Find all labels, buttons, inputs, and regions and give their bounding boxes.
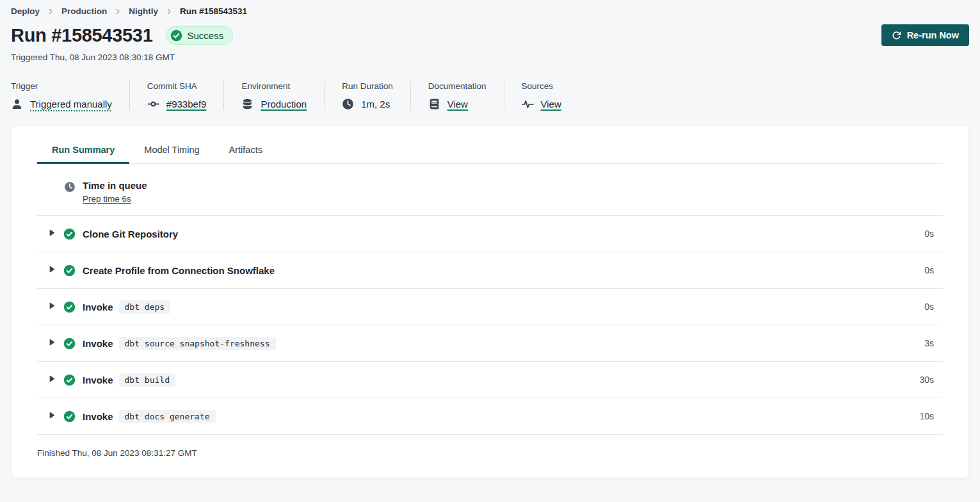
meta-value-commit-sha[interactable]: #933bef9 <box>166 99 207 109</box>
meta-environment: EnvironmentProduction <box>241 81 325 110</box>
check-circle-icon <box>63 264 76 277</box>
tab-artifacts[interactable]: Artifacts <box>214 134 277 163</box>
meta-sources: SourcesView <box>522 81 579 110</box>
breadcrumb-item-nightly[interactable]: Nightly <box>129 6 158 16</box>
expand-step-button[interactable] <box>47 375 56 385</box>
meta-documentation: DocumentationView <box>428 81 504 110</box>
time-in-queue-section: Time in queue Prep time 6s <box>37 164 943 216</box>
expand-step-button[interactable] <box>47 338 56 348</box>
triangle-right-icon <box>47 229 56 239</box>
success-check-icon <box>170 29 182 42</box>
step-title: Invoke <box>83 411 113 422</box>
triggered-timestamp: Triggered Thu, 08 Jun 2023 08:30:18 GMT <box>11 53 969 62</box>
meta-value-sources[interactable]: View <box>541 99 561 109</box>
step-success-icon <box>63 301 76 313</box>
meta-run-duration: Run Duration1m, 2s <box>342 81 411 110</box>
chevron-right-icon <box>165 8 173 15</box>
triangle-right-icon <box>47 411 56 421</box>
meta-label: Run Duration <box>342 81 393 91</box>
check-circle-icon <box>63 410 76 423</box>
pulse-icon <box>522 98 534 110</box>
step-row: Create Profile from Connection Snowflake… <box>37 252 943 289</box>
step-list: Clone Git Repository0sCreate Profile fro… <box>37 216 943 435</box>
tab-run-summary[interactable]: Run Summary <box>37 134 129 163</box>
chevron-right-icon <box>114 8 122 15</box>
meta-label: Trigger <box>11 81 112 91</box>
step-success-icon <box>63 410 76 423</box>
check-circle-icon <box>63 301 76 313</box>
step-duration: 0s <box>924 229 943 239</box>
step-row: Invokedbt source snapshot-freshness3s <box>37 325 943 362</box>
check-circle-icon <box>63 337 76 350</box>
breadcrumb: DeployProductionNightlyRun #158543531 <box>11 6 969 16</box>
step-command: dbt docs generate <box>119 410 216 423</box>
rerun-now-button[interactable]: Re-run Now <box>881 24 969 46</box>
triangle-right-icon <box>47 265 56 275</box>
breadcrumb-item-deploy[interactable]: Deploy <box>11 6 40 16</box>
triangle-right-icon <box>47 338 56 348</box>
status-badge: Success <box>166 26 234 45</box>
prep-time-link[interactable]: Prep time 6s <box>83 194 131 204</box>
meta-label: Commit SHA <box>147 81 207 91</box>
expand-step-button[interactable] <box>47 302 56 312</box>
time-in-queue-title: Time in queue <box>83 180 147 191</box>
step-title: Invoke <box>83 338 113 349</box>
chevron-right-icon <box>47 8 54 15</box>
run-summary-card: Run SummaryModel TimingArtifacts Time in… <box>11 125 969 478</box>
step-duration: 0s <box>924 302 943 312</box>
check-circle-icon <box>63 228 76 240</box>
clock-icon <box>342 98 354 110</box>
meta-row: TriggerTriggered manuallyCommit SHA#933b… <box>11 81 969 110</box>
meta-value-documentation[interactable]: View <box>447 99 468 109</box>
meta-label: Documentation <box>428 81 486 91</box>
check-circle-icon <box>63 374 76 386</box>
run-detail-page: DeployProductionNightlyRun #158543531 Ru… <box>0 0 980 478</box>
step-title: Invoke <box>83 375 113 385</box>
step-duration: 30s <box>919 375 943 385</box>
step-command: dbt source snapshot-freshness <box>119 337 276 350</box>
step-duration: 10s <box>919 411 943 421</box>
step-success-icon <box>63 228 76 240</box>
meta-trigger: TriggerTriggered manually <box>11 81 130 110</box>
meta-value-environment[interactable]: Production <box>261 99 307 109</box>
meta-label: Environment <box>241 81 307 91</box>
meta-commit-sha: Commit SHA#933bef9 <box>147 81 225 110</box>
step-success-icon <box>63 374 76 386</box>
page-header: Run #158543531 Success Re-run Now <box>11 24 969 46</box>
user-icon <box>11 98 23 110</box>
step-row: Clone Git Repository0s <box>37 216 943 252</box>
step-title: Invoke <box>83 302 113 312</box>
step-row: Invokedbt docs generate10s <box>37 398 943 435</box>
meta-value-trigger[interactable]: Triggered manually <box>30 99 112 109</box>
expand-step-button[interactable] <box>47 411 56 421</box>
status-badge-label: Success <box>188 30 224 41</box>
rerun-now-label: Re-run Now <box>907 30 959 40</box>
breadcrumb-item-run-158543531: Run #158543531 <box>180 6 247 16</box>
finished-timestamp: Finished Thu, 08 Jun 2023 08:31:27 GMT <box>37 435 943 458</box>
meta-label: Sources <box>522 81 561 91</box>
tab-model-timing[interactable]: Model Timing <box>129 134 214 163</box>
step-row: Invokedbt build30s <box>37 362 943 398</box>
book-icon <box>428 98 440 110</box>
step-success-icon <box>63 337 76 350</box>
expand-step-button[interactable] <box>47 265 56 275</box>
refresh-icon <box>892 31 901 40</box>
database-icon <box>241 98 253 110</box>
breadcrumb-item-production[interactable]: Production <box>61 6 107 16</box>
step-title: Create Profile from Connection Snowflake <box>83 265 275 276</box>
meta-value-run-duration: 1m, 2s <box>361 99 390 109</box>
triangle-right-icon <box>47 375 56 385</box>
triangle-right-icon <box>47 302 56 312</box>
step-title: Clone Git Repository <box>83 229 178 239</box>
step-row: Invokedbt deps0s <box>37 289 943 325</box>
step-command: dbt build <box>119 373 175 387</box>
commit-icon <box>147 98 159 110</box>
step-success-icon <box>63 264 76 277</box>
expand-step-button[interactable] <box>47 229 56 239</box>
clock-icon <box>64 180 76 193</box>
tab-bar: Run SummaryModel TimingArtifacts <box>37 125 943 164</box>
step-command: dbt deps <box>119 300 171 314</box>
step-duration: 3s <box>924 338 943 348</box>
step-duration: 0s <box>924 265 943 275</box>
page-title: Run #158543531 <box>11 25 153 46</box>
